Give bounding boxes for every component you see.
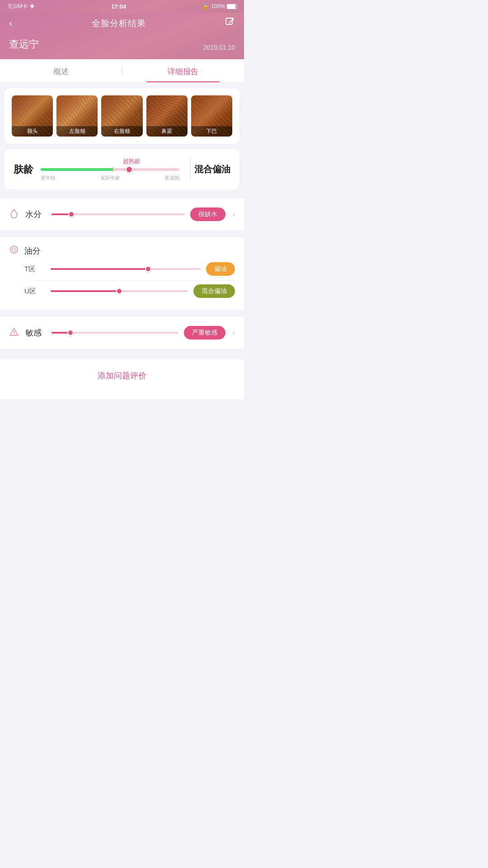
header: ‹ 全脸分析结果 查远宁 2019.01.10 [0,13,244,59]
label-actual: 实际年龄 [100,175,120,181]
u-zone-badge: 混合偏油 [193,284,235,298]
face-images-row: 额头 左脸颊 右脸颊 鼻梁 下巴 [12,95,232,137]
sensitive-icon [9,327,20,339]
face-item-nose[interactable]: 鼻梁 [146,95,188,137]
svg-point-1 [10,246,18,253]
oil-section: 油分 T区 偏油 U区 混合偏油 [0,237,244,310]
header-info: 查远宁 2019.01.10 [9,38,235,54]
sensitive-label: 敏感 [25,327,46,338]
water-badge: 很缺水 [190,208,225,221]
slider-tick-mark [113,167,113,172]
status-left: 无SIM卡 ◈ [7,3,35,10]
page-title: 全脸分析结果 [92,18,146,29]
u-zone-slider [51,290,188,292]
skin-age-left: 肤龄 [14,163,33,176]
water-section: 水分 很缺水 › [0,198,244,230]
share-button[interactable] [225,17,235,29]
tab-overview[interactable]: 概述 [0,59,122,82]
face-item-right-cheek[interactable]: 右脸颊 [101,95,142,137]
svg-point-2 [12,248,16,251]
face-item-forehead[interactable]: 额头 [12,95,53,137]
header-nav: ‹ 全脸分析结果 [9,17,235,29]
oil-t-zone-row: T区 偏油 [9,262,235,276]
face-label-nose: 鼻梁 [146,126,188,137]
battery-text: 100% [211,3,225,9]
skin-age-card: 肤龄 超熟龄 更年轻 实际年龄 更成熟 混合偏油 [5,149,239,189]
skin-age-slider-track [41,168,179,171]
slider-pink-fill [113,168,179,171]
add-evaluation-button[interactable]: 添加问题评价 [98,371,146,380]
skin-type-label: 混合偏油 [194,163,230,175]
battery-icon: 🔒 [202,3,209,9]
u-zone-label: U区 [24,287,45,296]
sensitive-arrow[interactable]: › [233,329,235,337]
status-right: 🔒 100% [202,3,237,9]
skin-age-divider [190,158,191,181]
t-zone-badge: 偏油 [206,262,235,276]
sensitive-slider [52,332,178,334]
water-arrow[interactable]: › [233,210,235,218]
slider-labels: 更年轻 实际年龄 更成熟 [41,175,179,181]
oil-divider [30,280,235,281]
sensitive-section: 敏感 严重敏感 › [0,317,244,349]
status-time: 17:04 [111,3,126,10]
tab-detail-label: 详细报告 [168,67,198,76]
water-slider-track [52,213,185,215]
oil-header: 油分 [9,245,235,257]
slider-green-fill [41,168,113,171]
tab-overview-label: 概述 [53,67,69,76]
face-images-card: 额头 左脸颊 右脸颊 鼻梁 下巴 [5,88,239,144]
sensitive-slider-track [52,332,178,334]
tab-detail[interactable]: 详细报告 [122,59,244,82]
face-item-chin[interactable]: 下巴 [191,95,232,137]
oil-label: 油分 [24,245,45,256]
face-label-right-cheek: 右脸颊 [101,126,142,137]
back-button[interactable]: ‹ [9,18,12,29]
bottom-action: 添加问题评价 [0,359,244,399]
oil-icon [9,245,20,257]
skin-age-slider-thumb [126,166,133,173]
status-bar: 无SIM卡 ◈ 17:04 🔒 100% [0,0,244,13]
battery-bar [227,4,237,9]
label-younger: 更年轻 [41,175,56,181]
age-tag-label: 超熟龄 [123,157,141,165]
face-label-left-cheek: 左脸颊 [56,126,98,137]
label-older: 更成熟 [164,175,179,181]
face-item-left-cheek[interactable]: 左脸颊 [56,95,98,137]
svg-point-4 [14,334,14,335]
divider-2 [0,234,244,237]
water-icon [9,208,20,221]
t-zone-label: T区 [24,265,45,274]
sensitive-slider-thumb [67,330,74,336]
skin-age-slider-area: 超熟龄 更年轻 实际年龄 更成熟 [41,157,179,181]
user-name: 查远宁 [9,38,39,51]
sensitive-row: 敏感 严重敏感 › [9,326,235,340]
water-row: 水分 很缺水 › [9,208,235,221]
sensitive-badge: 严重敏感 [184,326,225,340]
report-date: 2019.01.10 [203,44,235,51]
oil-u-zone-row: U区 混合偏油 [9,284,235,298]
face-label-chin: 下巴 [191,126,232,137]
skin-age-label: 肤龄 [14,164,33,175]
tabs-container: 概述 详细报告 [0,59,244,83]
water-label: 水分 [25,209,46,220]
divider-1 [0,195,244,198]
divider-3 [0,313,244,317]
face-label-forehead: 额头 [12,126,53,137]
t-zone-slider [51,268,201,270]
divider-4 [0,352,244,356]
water-slider-thumb [68,211,75,217]
no-sim-text: 无SIM卡 ◈ [7,3,35,10]
water-slider [52,213,185,215]
